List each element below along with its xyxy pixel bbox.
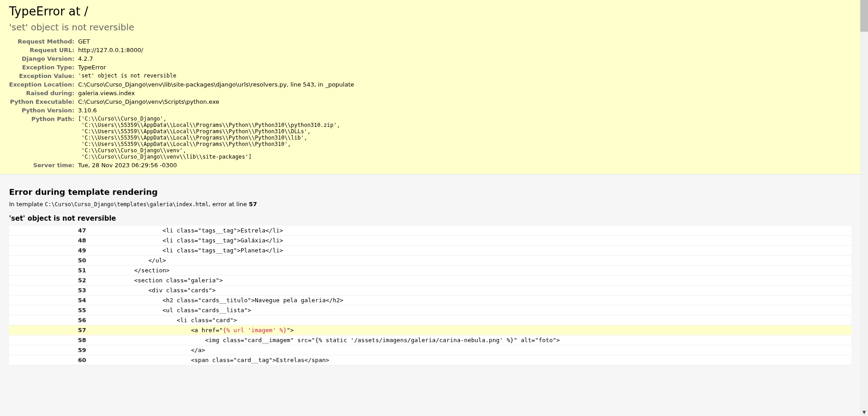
template-error-section: Error during template rendering In templ… bbox=[0, 174, 860, 370]
exception-type: TypeError bbox=[9, 5, 65, 18]
source-line: 51 </section> bbox=[9, 266, 851, 276]
line-code: <section class="galeria"> bbox=[90, 276, 851, 285]
meta-label: Python Path: bbox=[9, 115, 77, 161]
line-code: <span class="card__tag">Estrelas</span> bbox=[90, 355, 851, 365]
error-summary: TypeError at / 'set' object is not rever… bbox=[0, 0, 860, 174]
source-line: 50 </ul> bbox=[9, 256, 851, 266]
meta-value: 4.2.7 bbox=[77, 54, 355, 63]
source-line: 52 <section class="galeria"> bbox=[9, 276, 851, 285]
meta-row: Exception Location:C:\Curso\Curso_Django… bbox=[9, 80, 355, 89]
meta-value: C:\Curso\Curso_Django\venv\lib\site-pack… bbox=[77, 80, 355, 89]
template-path: C:\Curso\Curso_Django\templates\galeria\… bbox=[45, 201, 209, 208]
chevron-down-icon[interactable]: ▼ bbox=[860, 408, 868, 416]
line-code: </a> bbox=[90, 345, 851, 355]
meta-value: galeria.views.index bbox=[77, 89, 355, 97]
line-code: <li class="tags__tag">Planeta</li> bbox=[90, 246, 851, 256]
source-line: 53 <div class="cards"> bbox=[9, 285, 851, 295]
at-word: at bbox=[68, 5, 80, 18]
meta-label: Python Executable: bbox=[9, 97, 77, 106]
vertical-scrollbar[interactable]: ▼ bbox=[860, 0, 868, 416]
source-line: 59 </a> bbox=[9, 345, 851, 355]
meta-value: http://127.0.0.1:8000/ bbox=[77, 46, 355, 54]
meta-value: ['C:\\Curso\\Curso_Django', 'C:\\Users\\… bbox=[77, 115, 355, 161]
line-number: 54 bbox=[9, 295, 90, 305]
meta-label: Exception Value: bbox=[9, 72, 77, 80]
source-line: 58 <img class="card__imagem" src="{% sta… bbox=[9, 335, 851, 345]
exception-message-subtitle: 'set' object is not reversible bbox=[9, 22, 851, 33]
source-line: 47 <li class="tags__tag">Estrela</li> bbox=[9, 226, 851, 236]
meta-label: Request URL: bbox=[9, 46, 77, 54]
request-path: / bbox=[84, 5, 88, 18]
meta-row: Request URL:http://127.0.0.1:8000/ bbox=[9, 46, 355, 54]
line-number: 51 bbox=[9, 266, 90, 276]
source-line: 48 <li class="tags__tag">Galáxia</li> bbox=[9, 236, 851, 246]
line-code: <a href="{% url 'imagem' %}"> bbox=[90, 325, 851, 335]
line-code: </section> bbox=[90, 266, 851, 276]
line-number: 57 bbox=[9, 325, 90, 335]
source-line: 56 <li class="card"> bbox=[9, 315, 851, 325]
meta-row: Request Method:GET bbox=[9, 37, 355, 46]
meta-row: Python Path:['C:\\Curso\\Curso_Django', … bbox=[9, 115, 355, 161]
line-code: <li class="card"> bbox=[90, 315, 851, 325]
source-line: 54 <h2 class="cards__titulo">Navegue pel… bbox=[9, 295, 851, 305]
meta-row: Raised during:galeria.views.index bbox=[9, 89, 355, 97]
source-line: 60 <span class="card__tag">Estrelas</spa… bbox=[9, 355, 851, 365]
meta-label: Exception Location: bbox=[9, 80, 77, 89]
line-code: <li class="tags__tag">Estrela</li> bbox=[90, 226, 851, 236]
template-error-lineno: 57 bbox=[249, 201, 257, 208]
line-number: 47 bbox=[9, 226, 90, 236]
meta-row: Python Version:3.10.6 bbox=[9, 106, 355, 115]
line-number: 55 bbox=[9, 305, 90, 315]
line-number: 48 bbox=[9, 236, 90, 246]
request-meta-table: Request Method:GETRequest URL:http://127… bbox=[9, 37, 355, 169]
meta-value: GET bbox=[77, 37, 355, 46]
meta-label: Request Method: bbox=[9, 37, 77, 46]
template-error-location: In template C:\Curso\Curso_Django\templa… bbox=[9, 201, 851, 208]
line-code: <h2 class="cards__titulo">Navegue pela g… bbox=[90, 295, 851, 305]
meta-value: TypeError bbox=[77, 63, 355, 72]
meta-row: Exception Value:'set' object is not reve… bbox=[9, 72, 355, 80]
meta-value: 'set' object is not reversible bbox=[77, 72, 355, 80]
line-number: 56 bbox=[9, 315, 90, 325]
meta-label: Exception Type: bbox=[9, 63, 77, 72]
meta-label: Django Version: bbox=[9, 54, 77, 63]
meta-row: Django Version:4.2.7 bbox=[9, 54, 355, 63]
source-line: 49 <li class="tags__tag">Planeta</li> bbox=[9, 246, 851, 256]
meta-row: Exception Type:TypeError bbox=[9, 63, 355, 72]
template-source-table: 47 <li class="tags__tag">Estrela</li>48 … bbox=[9, 226, 851, 365]
line-number: 49 bbox=[9, 246, 90, 256]
meta-label: Raised during: bbox=[9, 89, 77, 97]
line-code: <div class="cards"> bbox=[90, 285, 851, 295]
line-number: 53 bbox=[9, 285, 90, 295]
meta-row: Server time:Tue, 28 Nov 2023 06:29:56 -0… bbox=[9, 161, 355, 169]
template-error-heading: Error during template rendering bbox=[9, 187, 851, 197]
scrollbar-thumb[interactable] bbox=[860, 0, 868, 32]
line-number: 60 bbox=[9, 355, 90, 365]
meta-label: Python Version: bbox=[9, 106, 77, 115]
line-code: <ul class="cards__lista"> bbox=[90, 305, 851, 315]
meta-label: Server time: bbox=[9, 161, 77, 169]
meta-row: Python Executable:C:\Curso\Curso_Django\… bbox=[9, 97, 355, 106]
line-code: <img class="card__imagem" src="{% static… bbox=[90, 335, 851, 345]
line-number: 58 bbox=[9, 335, 90, 345]
line-number: 59 bbox=[9, 345, 90, 355]
source-line: 55 <ul class="cards__lista"> bbox=[9, 305, 851, 315]
meta-value: C:\Curso\Curso_Django\venv\Scripts\pytho… bbox=[77, 97, 355, 106]
error-title: TypeError at / bbox=[9, 5, 851, 18]
line-number: 52 bbox=[9, 276, 90, 285]
meta-value: 3.10.6 bbox=[77, 106, 355, 115]
line-code: <li class="tags__tag">Galáxia</li> bbox=[90, 236, 851, 246]
line-number: 50 bbox=[9, 256, 90, 266]
line-code: </ul> bbox=[90, 256, 851, 266]
template-error-message: 'set' object is not reversible bbox=[9, 214, 851, 223]
meta-value: Tue, 28 Nov 2023 06:29:56 -0300 bbox=[77, 161, 355, 169]
source-line: 57 <a href="{% url 'imagem' %}"> bbox=[9, 325, 851, 335]
